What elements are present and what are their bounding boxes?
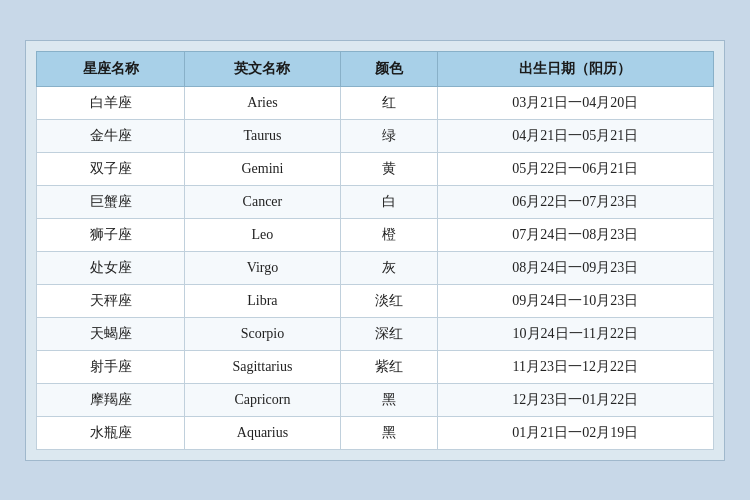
cell-chinese-name: 水瓶座 bbox=[37, 416, 185, 449]
main-container: 星座名称 英文名称 颜色 出生日期（阳历） 白羊座Aries红03月21日一04… bbox=[25, 40, 725, 461]
cell-dates: 01月21日一02月19日 bbox=[437, 416, 713, 449]
cell-english-name: Aries bbox=[185, 86, 340, 119]
cell-chinese-name: 摩羯座 bbox=[37, 383, 185, 416]
cell-chinese-name: 天秤座 bbox=[37, 284, 185, 317]
table-row: 巨蟹座Cancer白06月22日一07月23日 bbox=[37, 185, 714, 218]
header-chinese-name: 星座名称 bbox=[37, 51, 185, 86]
cell-color: 黑 bbox=[340, 416, 437, 449]
cell-dates: 09月24日一10月23日 bbox=[437, 284, 713, 317]
cell-chinese-name: 狮子座 bbox=[37, 218, 185, 251]
table-row: 处女座Virgo灰08月24日一09月23日 bbox=[37, 251, 714, 284]
cell-dates: 04月21日一05月21日 bbox=[437, 119, 713, 152]
cell-chinese-name: 射手座 bbox=[37, 350, 185, 383]
cell-dates: 08月24日一09月23日 bbox=[437, 251, 713, 284]
cell-english-name: Aquarius bbox=[185, 416, 340, 449]
table-row: 射手座Sagittarius紫红11月23日一12月22日 bbox=[37, 350, 714, 383]
cell-dates: 06月22日一07月23日 bbox=[437, 185, 713, 218]
table-header-row: 星座名称 英文名称 颜色 出生日期（阳历） bbox=[37, 51, 714, 86]
cell-chinese-name: 白羊座 bbox=[37, 86, 185, 119]
cell-english-name: Leo bbox=[185, 218, 340, 251]
header-color: 颜色 bbox=[340, 51, 437, 86]
cell-dates: 05月22日一06月21日 bbox=[437, 152, 713, 185]
table-row: 天蝎座Scorpio深红10月24日一11月22日 bbox=[37, 317, 714, 350]
cell-english-name: Taurus bbox=[185, 119, 340, 152]
cell-dates: 03月21日一04月20日 bbox=[437, 86, 713, 119]
cell-color: 红 bbox=[340, 86, 437, 119]
cell-chinese-name: 金牛座 bbox=[37, 119, 185, 152]
cell-color: 深红 bbox=[340, 317, 437, 350]
cell-dates: 07月24日一08月23日 bbox=[437, 218, 713, 251]
table-row: 天秤座Libra淡红09月24日一10月23日 bbox=[37, 284, 714, 317]
cell-english-name: Libra bbox=[185, 284, 340, 317]
cell-english-name: Scorpio bbox=[185, 317, 340, 350]
cell-color: 白 bbox=[340, 185, 437, 218]
cell-english-name: Capricorn bbox=[185, 383, 340, 416]
cell-color: 灰 bbox=[340, 251, 437, 284]
table-row: 双子座Gemini黄05月22日一06月21日 bbox=[37, 152, 714, 185]
table-row: 白羊座Aries红03月21日一04月20日 bbox=[37, 86, 714, 119]
cell-dates: 10月24日一11月22日 bbox=[437, 317, 713, 350]
cell-english-name: Cancer bbox=[185, 185, 340, 218]
cell-dates: 12月23日一01月22日 bbox=[437, 383, 713, 416]
cell-color: 橙 bbox=[340, 218, 437, 251]
cell-english-name: Gemini bbox=[185, 152, 340, 185]
cell-color: 紫红 bbox=[340, 350, 437, 383]
table-row: 金牛座Taurus绿04月21日一05月21日 bbox=[37, 119, 714, 152]
cell-chinese-name: 处女座 bbox=[37, 251, 185, 284]
header-dates: 出生日期（阳历） bbox=[437, 51, 713, 86]
header-english-name: 英文名称 bbox=[185, 51, 340, 86]
cell-english-name: Virgo bbox=[185, 251, 340, 284]
cell-color: 淡红 bbox=[340, 284, 437, 317]
cell-chinese-name: 天蝎座 bbox=[37, 317, 185, 350]
cell-color: 黑 bbox=[340, 383, 437, 416]
cell-color: 黄 bbox=[340, 152, 437, 185]
cell-english-name: Sagittarius bbox=[185, 350, 340, 383]
table-row: 水瓶座Aquarius黑01月21日一02月19日 bbox=[37, 416, 714, 449]
cell-dates: 11月23日一12月22日 bbox=[437, 350, 713, 383]
cell-chinese-name: 双子座 bbox=[37, 152, 185, 185]
table-row: 摩羯座Capricorn黑12月23日一01月22日 bbox=[37, 383, 714, 416]
cell-chinese-name: 巨蟹座 bbox=[37, 185, 185, 218]
cell-color: 绿 bbox=[340, 119, 437, 152]
table-row: 狮子座Leo橙07月24日一08月23日 bbox=[37, 218, 714, 251]
zodiac-table: 星座名称 英文名称 颜色 出生日期（阳历） 白羊座Aries红03月21日一04… bbox=[36, 51, 714, 450]
